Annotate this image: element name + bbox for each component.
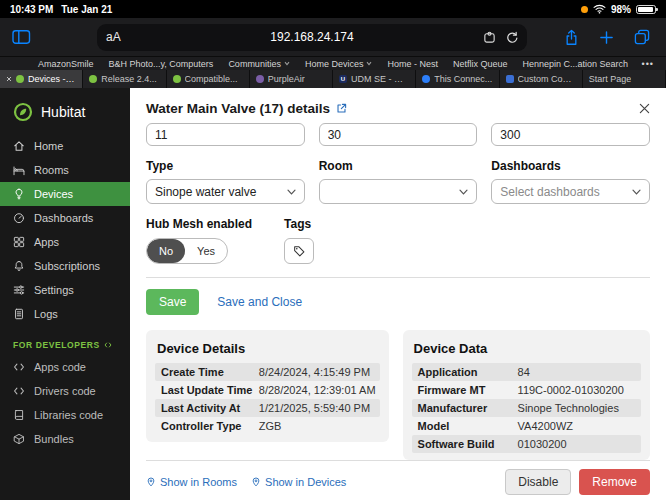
url-text: 192.168.24.174 (97, 30, 527, 44)
sidebar-item-subscriptions[interactable]: Subscriptions (0, 254, 130, 278)
favorite-bookmark[interactable]: Home - Nest (387, 59, 438, 69)
tab-start-page[interactable]: Start Page (583, 70, 666, 88)
sidebar-item-label: Rooms (34, 164, 69, 176)
tab-favicon: U (339, 75, 347, 83)
favorite-bookmark[interactable]: Hennepin C...ation Search (522, 59, 628, 69)
tab-label: Devices - En... (28, 74, 76, 84)
show-in-devices-link[interactable]: Show in Devices (251, 476, 346, 488)
lightbulb-icon (13, 188, 25, 200)
hub-mesh-toggle: No Yes (146, 238, 228, 264)
tags-label: Tags (284, 217, 314, 231)
tab-devices[interactable]: Devices - En... (0, 70, 83, 88)
preference-input-1[interactable] (146, 123, 305, 146)
share-icon[interactable] (564, 29, 579, 46)
show-in-rooms-link[interactable]: Show in Rooms (146, 476, 237, 488)
page-title: Water Main Valve (17) details (146, 101, 330, 116)
sidebar-item-label: Devices (34, 188, 73, 200)
sidebar-item-libraries-code[interactable]: Libraries code (0, 403, 130, 427)
new-tab-plus-icon[interactable] (599, 30, 614, 45)
dashboards-select[interactable]: Select dashboards (491, 179, 650, 204)
sidebar-item-drivers-code[interactable]: Drivers code (0, 379, 130, 403)
document-icon (13, 308, 25, 320)
hubitat-brand[interactable]: Hubitat (0, 98, 130, 134)
tab-custom-com[interactable]: Custom Com... (500, 70, 583, 88)
favorite-bookmark[interactable]: B&H Photo...y, Computers (108, 59, 213, 69)
location-pin-icon (146, 476, 156, 488)
sliders-icon (13, 284, 25, 296)
tab-favicon (89, 75, 97, 83)
device-details-card: Device Details Create Time 8/24/2024, 4:… (146, 330, 389, 442)
room-select[interactable] (319, 179, 478, 204)
sidebar-toggle-icon[interactable] (12, 29, 31, 45)
status-bar: 10:43 PM Tue Jan 21 98% (0, 0, 666, 18)
chevron-down-icon (632, 189, 641, 195)
tab-label: Compatible... (185, 74, 238, 84)
tab-favicon (506, 75, 514, 83)
sidebar-item-label: Apps code (34, 361, 86, 373)
close-icon[interactable] (639, 103, 650, 114)
type-label: Type (146, 159, 305, 173)
preference-input-2[interactable] (319, 123, 478, 146)
table-row: Last Update Time 8/28/2024, 12:39:01 AM (155, 381, 380, 399)
hub-mesh-yes-option[interactable]: Yes (185, 239, 227, 263)
save-and-close-link[interactable]: Save and Close (217, 295, 302, 309)
reader-button[interactable]: aA (106, 30, 121, 44)
remove-button[interactable]: Remove (579, 469, 650, 495)
tags-button[interactable] (284, 238, 314, 264)
sidebar-item-apps-code[interactable]: Apps code (0, 355, 130, 379)
tab-label: UDM SE - Un... (351, 74, 409, 84)
tab-label: Release 2.4... (101, 74, 157, 84)
table-row: Create Time 8/24/2024, 4:15:49 PM (155, 363, 380, 381)
address-bar[interactable]: aA 192.168.24.174 (97, 24, 527, 51)
sidebar-item-dashboards[interactable]: Dashboards (0, 206, 130, 230)
sidebar-item-apps[interactable]: Apps (0, 230, 130, 254)
tag-icon (293, 245, 305, 257)
external-link-icon[interactable] (336, 103, 347, 114)
hub-mesh-label: Hub Mesh enabled (146, 217, 252, 231)
favorite-folder[interactable]: Home Devices (305, 59, 373, 69)
disable-button[interactable]: Disable (505, 469, 571, 495)
battery-icon (636, 5, 656, 14)
status-time: 10:43 PM (10, 4, 53, 15)
sidebar-item-logs[interactable]: Logs (0, 302, 130, 326)
type-select[interactable]: Sinope water valve (146, 179, 305, 204)
sidebar-item-devices[interactable]: Devices (0, 182, 130, 206)
sidebar-item-label: Drivers code (34, 385, 96, 397)
sidebar-item-label: Logs (34, 308, 58, 320)
preference-input-3[interactable] (491, 123, 650, 146)
sidebar-item-rooms[interactable]: Rooms (0, 158, 130, 182)
favorite-bookmark[interactable]: AmazonSmile (38, 59, 94, 69)
sidebar-item-home[interactable]: Home (0, 134, 130, 158)
close-tab-icon[interactable] (6, 76, 12, 82)
tab-purpleair[interactable]: PurpleAir (250, 70, 333, 88)
table-row: Firmware MT 119C-0002-01030200 (412, 381, 641, 399)
tab-release[interactable]: Release 2.4... (83, 70, 166, 88)
table-row: Model VA4200WZ (412, 417, 641, 435)
extensions-icon[interactable] (483, 31, 496, 44)
device-data-card: Device Data Application 84 Firmware MT 1… (403, 330, 650, 460)
reload-icon[interactable] (505, 31, 518, 44)
dashboards-select-placeholder: Select dashboards (500, 185, 599, 199)
wifi-icon (593, 4, 606, 14)
sidebar-item-settings[interactable]: Settings (0, 278, 130, 302)
tab-label: Start Page (589, 74, 632, 84)
favorite-folder[interactable]: Communities (228, 59, 290, 69)
save-button[interactable]: Save (146, 289, 199, 315)
location-pin-icon (251, 476, 261, 488)
chevron-down-icon (366, 61, 372, 66)
tab-overview-icon[interactable] (634, 29, 650, 45)
tab-udm[interactable]: U UDM SE - Un... (333, 70, 416, 88)
favorite-bookmark[interactable]: Netflix Queue (453, 59, 508, 69)
favorites-overflow-icon[interactable]: ••• (642, 59, 654, 69)
sidebar-item-bundles[interactable]: Bundles (0, 427, 130, 451)
favorites-bar: AmazonSmile B&H Photo...y, Computers Com… (0, 56, 666, 70)
tab-compatible[interactable]: Compatible... (167, 70, 250, 88)
bed-icon (13, 164, 25, 176)
device-details-panel: Water Main Valve (17) details Type Room … (130, 88, 666, 500)
sidebar-item-label: Apps (34, 236, 59, 248)
recording-indicator-icon (581, 6, 588, 13)
code-icon (13, 361, 25, 373)
tab-this-connec[interactable]: This Connec... (416, 70, 499, 88)
tab-label: This Connec... (434, 74, 492, 84)
hub-mesh-no-option[interactable]: No (147, 239, 185, 263)
